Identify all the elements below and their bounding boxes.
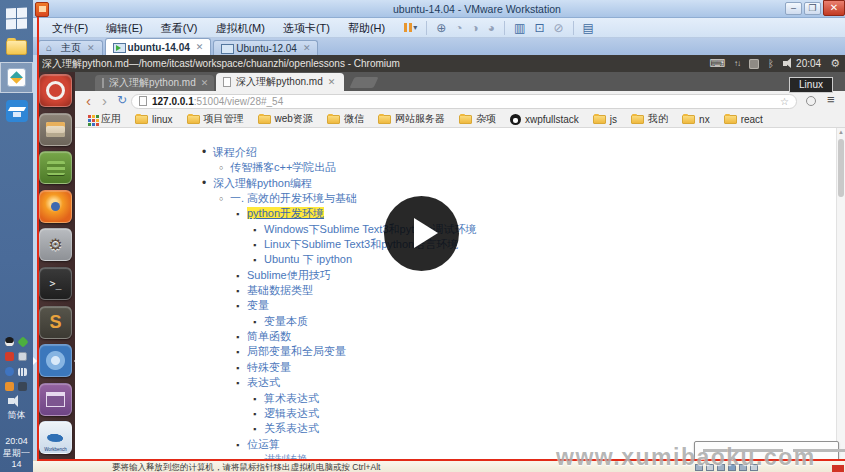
toc-link[interactable]: 深入理解python编程	[213, 177, 312, 189]
library-panel-button[interactable]	[504, 21, 525, 35]
toc-link[interactable]: Sublime使用技巧	[247, 269, 331, 281]
browser-menu-icon[interactable]: ≡	[827, 92, 835, 107]
send-ctrl-alt-del-button[interactable]	[426, 21, 446, 35]
bookmark-folder-react[interactable]: react	[724, 114, 763, 125]
bookmark-folder-mine[interactable]: 我的	[631, 112, 668, 126]
keyboard-indicator-icon[interactable]	[709, 57, 725, 70]
toc-link[interactable]: 课程介绍	[213, 146, 257, 158]
toc-item[interactable]: 深入理解python编程	[202, 176, 477, 191]
bookmark-folder-project-management[interactable]: 项目管理	[187, 112, 244, 126]
toc-link[interactable]: 基础数据类型	[247, 284, 313, 296]
launcher-chromium[interactable]	[39, 344, 72, 377]
vm-tab-home[interactable]: 主页 ✕	[38, 40, 103, 55]
menu-item[interactable]: 虚拟机(M)	[206, 18, 274, 38]
cloud-class-icon[interactable]	[6, 100, 28, 122]
toc-link[interactable]: 变量	[247, 299, 269, 311]
tray-icon[interactable]	[17, 336, 28, 347]
toc-link[interactable]: 关系表达式	[264, 422, 319, 434]
bookmark-github-xwpfullstack[interactable]: xwpfullstack	[510, 114, 579, 125]
launcher-files[interactable]	[39, 113, 72, 146]
menu-item[interactable]: 帮助(H)	[339, 18, 394, 38]
browser-tab[interactable]: 深入理解python.md ✕	[95, 75, 214, 91]
tray-icon[interactable]	[5, 367, 14, 376]
bluetooth-icon[interactable]	[768, 58, 774, 69]
bookmark-apps[interactable]: 应用	[88, 112, 121, 126]
toc-item[interactable]: 特殊变量	[202, 360, 477, 375]
toc-link[interactable]: 位运算	[247, 438, 280, 450]
toc-link[interactable]: 传智播客c++学院出品	[230, 161, 336, 173]
fullscreen-button[interactable]	[534, 21, 544, 35]
scrollbar[interactable]: ▲	[836, 128, 845, 460]
toc-link[interactable]: python开发环境	[247, 207, 324, 219]
launcher-firefox[interactable]	[39, 190, 72, 223]
toc-link[interactable]: 表达式	[247, 376, 280, 388]
new-tab-button[interactable]	[349, 77, 378, 88]
menu-item[interactable]: 选项卡(T)	[274, 18, 339, 38]
browser-tab-active[interactable]: 深入理解python.md ✕	[216, 73, 344, 91]
launcher-mysql-workbench[interactable]: Workbench	[39, 421, 72, 454]
bookmark-folder-js[interactable]: js	[593, 114, 617, 125]
network-signal-icon[interactable]	[18, 368, 27, 376]
close-button[interactable]: ✕	[823, 0, 845, 16]
minimize-button[interactable]: –	[785, 2, 802, 15]
system-tray[interactable]	[3, 334, 31, 396]
launcher-terminal[interactable]	[39, 267, 72, 300]
toc-link[interactable]: 特殊变量	[247, 361, 291, 373]
toc-item[interactable]: 变量	[202, 298, 477, 313]
windows-start-icon[interactable]	[6, 7, 27, 29]
toc-item[interactable]: 局部变量和全局变量	[202, 344, 477, 359]
vm-tab-ubuntu-1204[interactable]: Ubuntu-12.04 ✕	[213, 40, 318, 55]
menu-item[interactable]: 文件(F)	[43, 18, 97, 38]
bookmark-folder-misc[interactable]: 杂项	[459, 112, 496, 126]
launcher-system-settings[interactable]	[39, 228, 72, 261]
volume-icon[interactable]	[783, 61, 787, 66]
toc-item[interactable]: 关系表达式	[202, 421, 477, 436]
menu-item[interactable]: 查看(V)	[152, 18, 207, 38]
snapshot-manager-button[interactable]	[488, 21, 495, 35]
launcher-ubuntu-dash[interactable]	[39, 74, 72, 107]
unity-mode-button[interactable]	[553, 21, 563, 35]
input-method-label[interactable]: 简体	[0, 410, 33, 420]
bookmark-folder-web-server[interactable]: 网站服务器	[378, 112, 445, 126]
tray-icon[interactable]	[18, 382, 27, 391]
bookmark-star-icon[interactable]: ☆	[780, 96, 789, 107]
toc-link[interactable]: Ubuntu 下 ipython	[264, 253, 352, 265]
toc-item[interactable]: 算术表达式	[202, 391, 477, 406]
extension-icon[interactable]	[806, 96, 816, 106]
panel-clock[interactable]: 20:04	[796, 58, 821, 69]
scroll-up-icon[interactable]: ▲	[838, 129, 844, 135]
toc-item[interactable]: 基础数据类型	[202, 283, 477, 298]
address-bar[interactable]: 127.0.0.1:51004/view/28#_54 ☆	[131, 94, 797, 109]
toc-item[interactable]: 变量本质	[202, 314, 477, 329]
launcher-software-center[interactable]	[39, 383, 72, 416]
vmware-taskbar-icon[interactable]	[7, 68, 26, 87]
input-method-icon[interactable]	[749, 59, 759, 69]
bookmark-folder-wechat[interactable]: 微信	[327, 112, 364, 126]
vm-tab-ubuntu-1404[interactable]: ubuntu-14.04 ✕	[105, 38, 212, 55]
video-play-button[interactable]	[384, 196, 459, 271]
vm-tab-close-icon[interactable]: ✕	[196, 42, 204, 52]
launcher-dictionary[interactable]	[39, 151, 72, 184]
scrollbar-thumb[interactable]	[838, 139, 844, 197]
gear-icon[interactable]	[830, 57, 840, 70]
bookmark-folder-web-resources[interactable]: web资源	[258, 112, 313, 126]
toc-link[interactable]: 逻辑表达式	[264, 407, 319, 419]
toc-item[interactable]: Sublime使用技巧	[202, 268, 477, 283]
snapshot-revert-button[interactable]	[472, 21, 479, 35]
toc-item[interactable]: 表达式	[202, 375, 477, 390]
toc-item[interactable]: 逻辑表达式	[202, 406, 477, 421]
toc-item[interactable]: 课程介绍	[202, 145, 477, 160]
toc-link[interactable]: 算术表达式	[264, 392, 319, 404]
toc-link[interactable]: 变量本质	[264, 315, 308, 327]
volume-tray-icon[interactable]	[8, 398, 14, 404]
network-traffic-icon[interactable]	[734, 59, 740, 68]
toc-item[interactable]: 传智播客c++学院出品	[202, 160, 477, 175]
forward-button[interactable]: ›	[102, 91, 107, 110]
tray-icon[interactable]	[5, 352, 14, 361]
battery-icon[interactable]	[18, 352, 27, 361]
file-explorer-icon[interactable]	[6, 40, 27, 55]
tray-icon[interactable]	[5, 382, 14, 391]
toc-link[interactable]: 一. 高效的开发环境与基础	[230, 192, 357, 204]
toc-item[interactable]: 位运算	[202, 437, 477, 452]
suspend-button[interactable]	[404, 21, 417, 35]
